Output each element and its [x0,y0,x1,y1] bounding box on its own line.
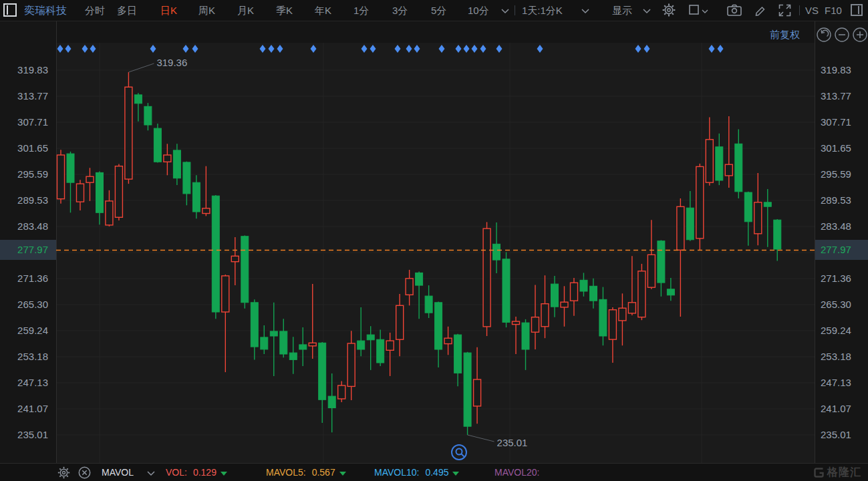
triangle-down-icon [339,472,346,476]
candle[interactable] [115,164,122,220]
tab-10分[interactable]: 10分 [468,0,489,21]
axis-tick: 235.01 [17,428,48,442]
candle[interactable] [57,150,65,203]
low-annotation: 235.01 [497,437,528,448]
axis-tick: 247.13 [17,376,48,389]
indicator-value: 0.129 [193,467,216,478]
axis-tick: 235.01 [821,428,851,442]
candlestick-chart[interactable]: 319.36235.01 [0,0,868,481]
axis-tick: 307.71 [821,116,851,129]
triangle-down-icon [221,472,227,476]
tab-1分[interactable]: 1分 [353,0,369,21]
axis-tick: 271.36 [821,272,851,285]
indicator-label: MAVOL10: [374,467,419,478]
tab-5分[interactable]: 5分 [431,0,446,21]
adjust-mode-selector[interactable]: 前复权 [770,27,800,43]
tab-日K[interactable]: 日K [160,0,177,21]
axis-tick: 241.07 [17,402,48,416]
candle[interactable] [212,195,219,319]
candle[interactable] [125,72,132,184]
indicator-label: MAVOL5: [266,467,306,478]
axis-tick: 283.48 [821,220,851,233]
chevron-down-icon[interactable] [581,9,589,14]
axis-tick: 271.36 [17,272,48,285]
axis-tick: 259.24 [17,324,48,337]
indicator-value: 0.567 [312,467,335,478]
axis-tick: 265.30 [821,298,851,311]
indicator-name[interactable]: MAVOL [102,464,134,481]
gear-icon[interactable] [57,466,70,479]
panel-icon[interactable] [3,3,17,17]
period-selector[interactable]: 1天:1分K [522,0,563,21]
axis-tick: 319.83 [17,63,48,77]
candle[interactable] [464,352,471,435]
triangle-down-icon [452,472,459,476]
tab-季K[interactable]: 季K [276,0,293,21]
divider [799,5,800,15]
tab-多日[interactable]: 多日 [117,0,137,21]
zoom-out-icon[interactable] [835,28,849,41]
zoom-in-icon[interactable] [853,28,867,41]
chevron-down-icon[interactable] [501,9,509,14]
zoom-controls [817,27,868,43]
layout-square-icon[interactable] [689,5,700,15]
chevron-down-icon[interactable] [643,9,651,14]
axis-tick: 319.83 [821,63,851,77]
axis-tick: 295.59 [17,168,48,181]
axis-tick: 289.53 [821,194,851,207]
indicator-mavol5[interactable]: MAVOL5:0.567 [266,464,346,481]
indicator-label: MAVOL20: [494,467,539,478]
tab-周K[interactable]: 周K [198,0,215,21]
tab-分时[interactable]: 分时 [85,0,105,21]
axis-tick: 241.07 [821,402,851,416]
tab-年K[interactable]: 年K [315,0,331,21]
axis-tick: 253.18 [17,350,48,363]
undo-icon[interactable] [817,28,831,41]
candle[interactable] [483,222,490,336]
axis-tick: 259.24 [821,324,851,337]
indicator-vol[interactable]: VOL:0.129 [166,464,227,481]
axis-tick: 313.77 [821,90,851,103]
camera-icon[interactable] [727,4,742,16]
indicator-mavol20[interactable]: MAVOL20: [494,464,545,481]
tab-月K[interactable]: 月K [237,0,254,21]
indicator-value: 0.495 [425,467,448,478]
close-circle-icon[interactable] [78,466,91,479]
current-price-tag-left: 277.97 [0,240,56,260]
trading-app-window: 319.36235.01 奕瑞科技 分时多日日K周K月K季K年K1分3分5分10… [0,0,868,481]
current-price-tag-right: 277.97 [815,240,868,260]
candle[interactable] [502,253,510,328]
axis-tick: 301.65 [17,142,48,155]
axis-tick: 247.13 [821,376,851,389]
axis-tick: 265.30 [17,298,48,311]
high-annotation: 319.36 [156,57,187,68]
vs-button[interactable]: VS [805,0,819,21]
watermark-text: 格隆汇 [827,466,861,480]
tab-3分[interactable]: 3分 [392,0,408,21]
expand-icon[interactable] [778,3,792,17]
panel-right-icon[interactable] [850,3,863,17]
axis-tick: 283.48 [17,220,48,233]
display-menu[interactable]: 显示 [612,0,632,21]
axis-tick: 295.59 [821,168,851,181]
chevron-down-icon[interactable] [702,9,708,14]
candle[interactable] [154,124,161,163]
axis-tick: 307.71 [17,116,48,129]
gelonghui-mark-icon [813,467,825,478]
candle[interactable] [638,264,645,320]
toolbar: 奕瑞科技 分时多日日K周K月K季K年K1分3分5分10分 1天:1分K 显示 [0,0,868,21]
gear-icon[interactable] [662,3,676,17]
candle[interactable] [241,235,249,308]
divider [515,5,515,15]
axis-tick: 301.65 [821,142,851,155]
axis-tick: 313.77 [17,90,48,103]
indicator-bar: MAVOL VOL:0.129 MAVOL5:0.567 MAVOL10:0.4… [0,463,868,481]
pencil-icon[interactable] [754,4,767,17]
candle[interactable] [696,164,704,251]
f10-button[interactable]: F10 [825,0,842,21]
axis-tick: 289.53 [17,194,48,207]
chevron-down-icon[interactable] [147,471,155,476]
indicator-mavol10[interactable]: MAVOL10:0.495 [374,464,459,481]
indicator-label: VOL: [166,467,187,478]
symbol-name[interactable]: 奕瑞科技 [24,0,67,21]
